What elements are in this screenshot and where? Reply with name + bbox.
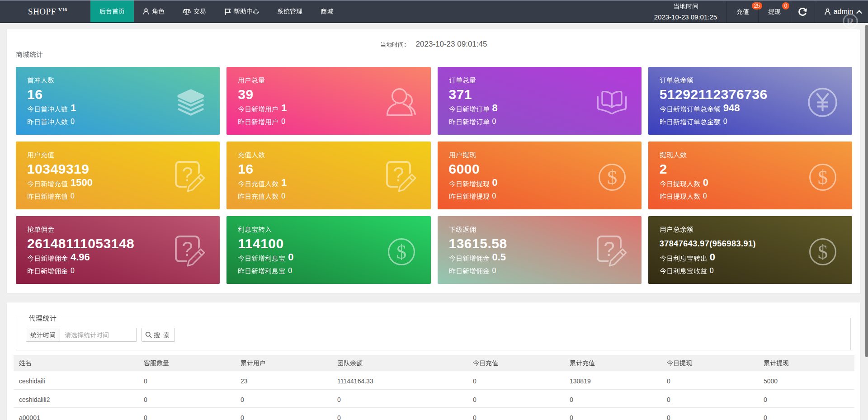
svg-text:R: R	[846, 16, 854, 28]
